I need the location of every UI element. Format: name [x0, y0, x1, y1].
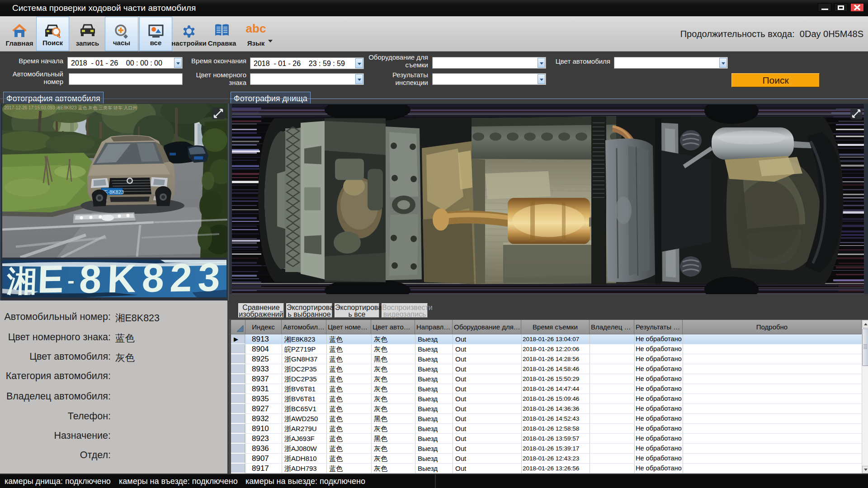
svg-text:8K823: 8K823 [79, 260, 226, 297]
svg-text:-: - [67, 268, 75, 292]
svg-text:2017-12-26 17:15:03.093 湘E8K82: 2017-12-26 17:15:03.093 湘E8K823 蓝色 灰色 三类… [4, 105, 137, 110]
svg-text:E: E [37, 260, 65, 297]
svg-text:湘: 湘 [6, 264, 38, 297]
